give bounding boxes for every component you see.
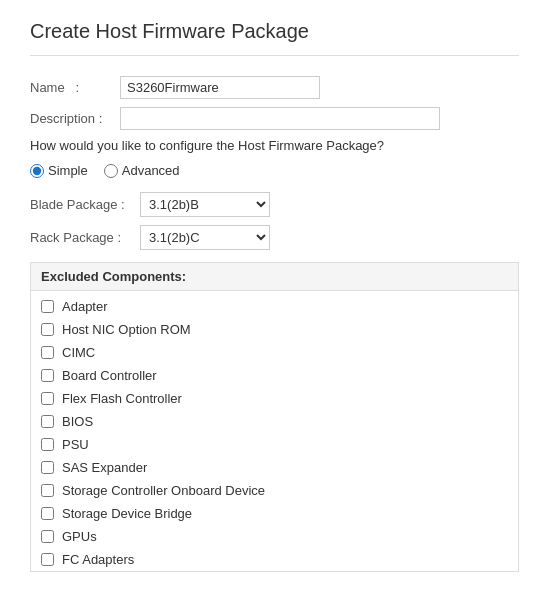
description-input[interactable] xyxy=(120,107,440,130)
component-name: Flex Flash Controller xyxy=(62,391,182,406)
list-item[interactable]: Storage Device Bridge xyxy=(31,502,518,525)
name-row: Name : xyxy=(30,76,519,99)
blade-package-row: Blade Package : 3.1(2b)B 3.1(2b)C 3.1(2a… xyxy=(30,192,519,217)
component-checkbox-0[interactable] xyxy=(41,300,54,313)
excluded-components-section: Excluded Components: AdapterHost NIC Opt… xyxy=(30,262,519,572)
component-name: Storage Device Bridge xyxy=(62,506,192,521)
blade-package-select[interactable]: 3.1(2b)B 3.1(2b)C 3.1(2a) xyxy=(140,192,270,217)
radio-group: Simple Advanced xyxy=(30,163,519,178)
component-checkbox-8[interactable] xyxy=(41,484,54,497)
component-checkbox-11[interactable] xyxy=(41,553,54,566)
radio-advanced-label: Advanced xyxy=(122,163,180,178)
component-name: GPUs xyxy=(62,529,97,544)
list-item[interactable]: PSU xyxy=(31,433,518,456)
list-item[interactable]: SAS Expander xyxy=(31,456,518,479)
component-name: CIMC xyxy=(62,345,95,360)
excluded-header: Excluded Components: xyxy=(31,263,518,291)
components-list[interactable]: AdapterHost NIC Option ROMCIMCBoard Cont… xyxy=(31,291,518,571)
radio-simple-label: Simple xyxy=(48,163,88,178)
page-title: Create Host Firmware Package xyxy=(30,20,519,56)
component-checkbox-3[interactable] xyxy=(41,369,54,382)
radio-advanced-input[interactable] xyxy=(104,164,118,178)
component-checkbox-6[interactable] xyxy=(41,438,54,451)
rack-package-select[interactable]: 3.1(2b)C 3.1(2b)B 3.1(2a) xyxy=(140,225,270,250)
page-container: Create Host Firmware Package Name : Desc… xyxy=(0,0,549,589)
list-item[interactable]: GPUs xyxy=(31,525,518,548)
component-name: Host NIC Option ROM xyxy=(62,322,191,337)
list-item[interactable]: Adapter xyxy=(31,295,518,318)
component-name: Board Controller xyxy=(62,368,157,383)
component-checkbox-5[interactable] xyxy=(41,415,54,428)
name-input[interactable] xyxy=(120,76,320,99)
component-name: Storage Controller Onboard Device xyxy=(62,483,265,498)
radio-simple-input[interactable] xyxy=(30,164,44,178)
list-item[interactable]: Storage Controller Onboard Device xyxy=(31,479,518,502)
component-name: Adapter xyxy=(62,299,108,314)
component-checkbox-2[interactable] xyxy=(41,346,54,359)
component-checkbox-10[interactable] xyxy=(41,530,54,543)
radio-advanced[interactable]: Advanced xyxy=(104,163,180,178)
name-label: Name : xyxy=(30,80,120,95)
component-name: BIOS xyxy=(62,414,93,429)
description-row: Description : xyxy=(30,107,519,130)
configure-question: How would you like to configure the Host… xyxy=(30,138,519,153)
component-checkbox-1[interactable] xyxy=(41,323,54,336)
component-checkbox-7[interactable] xyxy=(41,461,54,474)
component-checkbox-9[interactable] xyxy=(41,507,54,520)
list-item[interactable]: BIOS xyxy=(31,410,518,433)
blade-package-label: Blade Package : xyxy=(30,197,140,212)
list-item[interactable]: Board Controller xyxy=(31,364,518,387)
component-name: SAS Expander xyxy=(62,460,147,475)
rack-package-row: Rack Package : 3.1(2b)C 3.1(2b)B 3.1(2a) xyxy=(30,225,519,250)
radio-simple[interactable]: Simple xyxy=(30,163,88,178)
rack-package-label: Rack Package : xyxy=(30,230,140,245)
list-item[interactable]: CIMC xyxy=(31,341,518,364)
component-name: PSU xyxy=(62,437,89,452)
list-item[interactable]: FC Adapters xyxy=(31,548,518,571)
component-name: FC Adapters xyxy=(62,552,134,567)
list-item[interactable]: Host NIC Option ROM xyxy=(31,318,518,341)
description-label: Description : xyxy=(30,111,120,126)
component-checkbox-4[interactable] xyxy=(41,392,54,405)
list-item[interactable]: Flex Flash Controller xyxy=(31,387,518,410)
